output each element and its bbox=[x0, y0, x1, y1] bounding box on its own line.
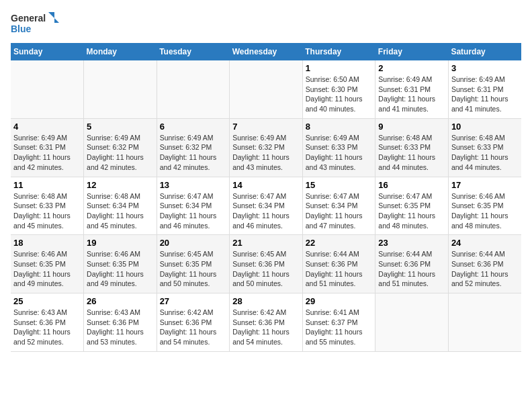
day-info: Sunrise: 6:47 AM Sunset: 6:34 PM Dayligh… bbox=[160, 191, 227, 231]
day-info: Sunrise: 6:42 AM Sunset: 6:36 PM Dayligh… bbox=[232, 308, 300, 347]
calendar-cell: 20Sunrise: 6:45 AM Sunset: 6:35 PM Dayli… bbox=[157, 235, 230, 293]
calendar-cell: 4Sunrise: 6:49 AM Sunset: 6:31 PM Daylig… bbox=[11, 118, 84, 177]
day-info: Sunrise: 6:49 AM Sunset: 6:33 PM Dayligh… bbox=[306, 133, 373, 173]
day-number: 14 bbox=[232, 180, 300, 190]
calendar-week-row: 18Sunrise: 6:46 AM Sunset: 6:35 PM Dayli… bbox=[11, 235, 521, 293]
calendar-cell: 9Sunrise: 6:48 AM Sunset: 6:33 PM Daylig… bbox=[375, 118, 449, 177]
day-header-wednesday: Wednesday bbox=[230, 43, 303, 60]
day-number: 24 bbox=[451, 238, 519, 248]
day-info: Sunrise: 6:47 AM Sunset: 6:35 PM Dayligh… bbox=[378, 191, 445, 231]
calendar-week-row: 11Sunrise: 6:48 AM Sunset: 6:33 PM Dayli… bbox=[11, 177, 521, 235]
day-number: 28 bbox=[232, 296, 300, 306]
calendar-cell: 26Sunrise: 6:43 AM Sunset: 6:36 PM Dayli… bbox=[84, 293, 157, 352]
page-header: GeneralBlue bbox=[11, 11, 521, 38]
calendar-cell bbox=[84, 60, 157, 118]
day-number: 16 bbox=[378, 180, 445, 190]
day-header-tuesday: Tuesday bbox=[157, 43, 230, 60]
day-number: 18 bbox=[13, 238, 81, 248]
day-info: Sunrise: 6:50 AM Sunset: 6:30 PM Dayligh… bbox=[306, 75, 373, 114]
calendar-cell: 10Sunrise: 6:48 AM Sunset: 6:33 PM Dayli… bbox=[448, 118, 521, 177]
calendar-week-row: 25Sunrise: 6:43 AM Sunset: 6:36 PM Dayli… bbox=[11, 293, 521, 352]
day-info: Sunrise: 6:41 AM Sunset: 6:37 PM Dayligh… bbox=[306, 308, 373, 347]
day-info: Sunrise: 6:43 AM Sunset: 6:36 PM Dayligh… bbox=[13, 308, 81, 347]
day-info: Sunrise: 6:45 AM Sunset: 6:35 PM Dayligh… bbox=[160, 249, 227, 289]
calendar-cell: 7Sunrise: 6:49 AM Sunset: 6:32 PM Daylig… bbox=[230, 118, 303, 177]
calendar-cell: 14Sunrise: 6:47 AM Sunset: 6:34 PM Dayli… bbox=[230, 177, 303, 235]
day-info: Sunrise: 6:48 AM Sunset: 6:33 PM Dayligh… bbox=[451, 133, 519, 173]
calendar-cell: 18Sunrise: 6:46 AM Sunset: 6:35 PM Dayli… bbox=[11, 235, 84, 293]
calendar-cell: 15Sunrise: 6:47 AM Sunset: 6:34 PM Dayli… bbox=[302, 177, 375, 235]
day-info: Sunrise: 6:49 AM Sunset: 6:32 PM Dayligh… bbox=[87, 133, 154, 173]
day-header-monday: Monday bbox=[84, 43, 157, 60]
day-number: 9 bbox=[378, 122, 445, 132]
calendar-cell: 21Sunrise: 6:45 AM Sunset: 6:36 PM Dayli… bbox=[230, 235, 303, 293]
day-info: Sunrise: 6:49 AM Sunset: 6:32 PM Dayligh… bbox=[160, 133, 227, 173]
day-info: Sunrise: 6:49 AM Sunset: 6:31 PM Dayligh… bbox=[378, 75, 445, 114]
day-number: 15 bbox=[306, 180, 373, 190]
day-number: 21 bbox=[232, 238, 300, 248]
day-header-sunday: Sunday bbox=[11, 43, 84, 60]
day-info: Sunrise: 6:49 AM Sunset: 6:31 PM Dayligh… bbox=[451, 75, 519, 114]
day-header-friday: Friday bbox=[375, 43, 449, 60]
calendar-cell bbox=[11, 60, 84, 118]
day-number: 25 bbox=[13, 296, 81, 306]
days-header-row: SundayMondayTuesdayWednesdayThursdayFrid… bbox=[11, 43, 521, 60]
day-info: Sunrise: 6:49 AM Sunset: 6:31 PM Dayligh… bbox=[13, 133, 81, 173]
day-info: Sunrise: 6:44 AM Sunset: 6:36 PM Dayligh… bbox=[451, 249, 519, 289]
calendar-cell: 8Sunrise: 6:49 AM Sunset: 6:33 PM Daylig… bbox=[302, 118, 375, 177]
calendar-table: SundayMondayTuesdayWednesdayThursdayFrid… bbox=[11, 43, 521, 352]
day-info: Sunrise: 6:43 AM Sunset: 6:36 PM Dayligh… bbox=[87, 308, 154, 347]
day-number: 5 bbox=[87, 122, 154, 132]
day-number: 2 bbox=[378, 63, 445, 73]
logo-icon: GeneralBlue bbox=[11, 11, 64, 38]
calendar-cell: 2Sunrise: 6:49 AM Sunset: 6:31 PM Daylig… bbox=[375, 60, 449, 118]
calendar-week-row: 4Sunrise: 6:49 AM Sunset: 6:31 PM Daylig… bbox=[11, 118, 521, 177]
day-number: 27 bbox=[160, 296, 227, 306]
day-info: Sunrise: 6:44 AM Sunset: 6:36 PM Dayligh… bbox=[306, 249, 373, 289]
day-number: 1 bbox=[306, 63, 373, 73]
calendar-cell: 29Sunrise: 6:41 AM Sunset: 6:37 PM Dayli… bbox=[302, 293, 375, 352]
calendar-cell: 22Sunrise: 6:44 AM Sunset: 6:36 PM Dayli… bbox=[302, 235, 375, 293]
day-number: 10 bbox=[451, 122, 519, 132]
svg-text:General: General bbox=[11, 13, 46, 24]
calendar-cell: 28Sunrise: 6:42 AM Sunset: 6:36 PM Dayli… bbox=[230, 293, 303, 352]
calendar-cell: 11Sunrise: 6:48 AM Sunset: 6:33 PM Dayli… bbox=[11, 177, 84, 235]
calendar-cell: 3Sunrise: 6:49 AM Sunset: 6:31 PM Daylig… bbox=[448, 60, 521, 118]
day-info: Sunrise: 6:49 AM Sunset: 6:32 PM Dayligh… bbox=[232, 133, 300, 173]
day-number: 13 bbox=[160, 180, 227, 190]
calendar-cell: 23Sunrise: 6:44 AM Sunset: 6:36 PM Dayli… bbox=[375, 235, 449, 293]
calendar-cell: 24Sunrise: 6:44 AM Sunset: 6:36 PM Dayli… bbox=[448, 235, 521, 293]
calendar-cell: 1Sunrise: 6:50 AM Sunset: 6:30 PM Daylig… bbox=[302, 60, 375, 118]
calendar-cell: 19Sunrise: 6:46 AM Sunset: 6:35 PM Dayli… bbox=[84, 235, 157, 293]
day-info: Sunrise: 6:47 AM Sunset: 6:34 PM Dayligh… bbox=[306, 191, 373, 231]
calendar-cell: 12Sunrise: 6:48 AM Sunset: 6:34 PM Dayli… bbox=[84, 177, 157, 235]
day-info: Sunrise: 6:47 AM Sunset: 6:34 PM Dayligh… bbox=[232, 191, 300, 231]
svg-marker-2 bbox=[48, 12, 59, 23]
day-number: 29 bbox=[306, 296, 373, 306]
calendar-cell: 25Sunrise: 6:43 AM Sunset: 6:36 PM Dayli… bbox=[11, 293, 84, 352]
calendar-cell: 27Sunrise: 6:42 AM Sunset: 6:36 PM Dayli… bbox=[157, 293, 230, 352]
day-info: Sunrise: 6:45 AM Sunset: 6:36 PM Dayligh… bbox=[232, 249, 300, 289]
day-info: Sunrise: 6:48 AM Sunset: 6:34 PM Dayligh… bbox=[87, 191, 154, 231]
day-number: 23 bbox=[378, 238, 445, 248]
logo: GeneralBlue bbox=[11, 11, 64, 38]
svg-text:Blue: Blue bbox=[11, 24, 32, 34]
day-info: Sunrise: 6:48 AM Sunset: 6:33 PM Dayligh… bbox=[13, 191, 81, 231]
day-number: 4 bbox=[13, 122, 81, 132]
day-number: 6 bbox=[160, 122, 227, 132]
day-number: 19 bbox=[87, 238, 154, 248]
day-number: 26 bbox=[87, 296, 154, 306]
day-number: 22 bbox=[306, 238, 373, 248]
day-info: Sunrise: 6:46 AM Sunset: 6:35 PM Dayligh… bbox=[87, 249, 154, 289]
day-number: 17 bbox=[451, 180, 519, 190]
day-info: Sunrise: 6:42 AM Sunset: 6:36 PM Dayligh… bbox=[160, 308, 227, 347]
calendar-cell: 13Sunrise: 6:47 AM Sunset: 6:34 PM Dayli… bbox=[157, 177, 230, 235]
day-number: 3 bbox=[451, 63, 519, 73]
day-info: Sunrise: 6:46 AM Sunset: 6:35 PM Dayligh… bbox=[13, 249, 81, 289]
day-number: 12 bbox=[87, 180, 154, 190]
calendar-week-row: 1Sunrise: 6:50 AM Sunset: 6:30 PM Daylig… bbox=[11, 60, 521, 118]
day-info: Sunrise: 6:46 AM Sunset: 6:35 PM Dayligh… bbox=[451, 191, 519, 231]
calendar-cell: 6Sunrise: 6:49 AM Sunset: 6:32 PM Daylig… bbox=[157, 118, 230, 177]
calendar-cell bbox=[448, 293, 521, 352]
calendar-cell: 5Sunrise: 6:49 AM Sunset: 6:32 PM Daylig… bbox=[84, 118, 157, 177]
